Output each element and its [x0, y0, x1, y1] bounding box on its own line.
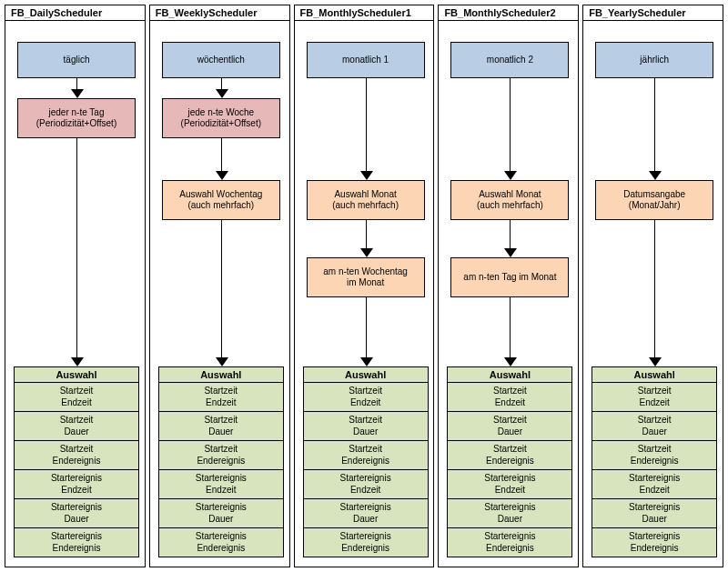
- column-4: FB_YearlySchedulerjährlichDatumsangabe(M…: [582, 5, 723, 567]
- arrow-line: [221, 78, 222, 89]
- auswahl-header: Auswahl: [14, 366, 139, 383]
- auswahl-option-line1: Startereignis: [15, 473, 138, 485]
- auswahl-option-line2: Endereignis: [159, 543, 283, 555]
- column-title: FB_WeeklyScheduler: [150, 5, 289, 21]
- red-node: jede n-te Woche(Periodizität+Offset): [162, 98, 280, 138]
- orange1-line1: Auswahl Wochentag: [165, 189, 278, 201]
- auswahl-option-line1: Startzeit: [15, 415, 138, 426]
- auswahl-option-line1: Startzeit: [304, 415, 428, 426]
- auswahl-option: StartzeitDauer: [303, 412, 429, 441]
- auswahl-option: StartzeitDauer: [592, 412, 717, 441]
- auswahl-option: StartereignisEndereignis: [158, 528, 284, 557]
- arrow-head-icon: [504, 357, 517, 366]
- auswahl-option-line1: Startzeit: [15, 444, 138, 456]
- column-1: FB_WeeklySchedulerwöchentlichjede n-te W…: [149, 5, 290, 567]
- auswahl-option: StartereignisDauer: [592, 499, 717, 528]
- auswahl-option-line2: Endereignis: [592, 456, 716, 467]
- auswahl-option: StartereignisEndereignis: [14, 528, 139, 557]
- auswahl-option: StartzeitEndereignis: [14, 441, 139, 470]
- auswahl-option-line2: Endzeit: [159, 485, 283, 497]
- auswahl-option: StartzeitEndereignis: [592, 441, 717, 470]
- auswahl-option: StartzeitEndereignis: [303, 441, 429, 470]
- auswahl-option-line2: Endzeit: [15, 397, 138, 409]
- auswahl-option: StartzeitEndereignis: [158, 441, 284, 470]
- auswahl-option-line2: Endzeit: [448, 397, 571, 409]
- red-node-line1: jede n-te Woche: [165, 107, 278, 119]
- red-node-line2: (Periodizität+Offset): [165, 118, 278, 130]
- auswahl-option: StartereignisDauer: [303, 499, 429, 528]
- arrow-head-icon: [360, 357, 373, 366]
- arrow-head-icon: [216, 89, 228, 98]
- arrow-head-icon: [504, 171, 517, 180]
- auswahl-option-line2: Dauer: [159, 514, 283, 526]
- orange1-line2: (auch mehrfach): [309, 200, 422, 212]
- column-0: FB_DailySchedulertäglichjeder n-te Tag(P…: [5, 5, 146, 567]
- auswahl-option-line1: Startzeit: [448, 386, 571, 397]
- auswahl-option-line2: Dauer: [592, 426, 716, 438]
- auswahl-option-line2: Dauer: [304, 514, 428, 526]
- auswahl-option-line2: Endzeit: [304, 485, 428, 497]
- arrow-head-icon: [71, 357, 84, 366]
- auswahl-option-line1: Startereignis: [304, 473, 428, 485]
- auswahl-block: AuswahlStartzeitEndzeitStartzeitDauerSta…: [14, 366, 139, 557]
- auswahl-option-line2: Endzeit: [159, 397, 283, 409]
- auswahl-option-line1: Startereignis: [592, 473, 716, 485]
- orange1-line2: (Monat/Jahr): [598, 200, 711, 212]
- blue-node-label: täglich: [20, 55, 133, 66]
- auswahl-option-line2: Dauer: [448, 514, 571, 526]
- arrow-head-icon: [360, 248, 373, 257]
- auswahl-option: StartereignisEndereignis: [303, 528, 429, 557]
- auswahl-option-line2: Dauer: [159, 426, 283, 438]
- auswahl-option-line2: Endereignis: [304, 543, 428, 555]
- arrow-head-icon: [649, 357, 662, 366]
- auswahl-option-line1: Startzeit: [448, 415, 571, 426]
- auswahl-option-line2: Dauer: [304, 426, 428, 438]
- auswahl-option-line1: Startereignis: [304, 502, 428, 514]
- orange2-line1: am n-ten Tag im Monat: [453, 272, 566, 284]
- red-node-line2: (Periodizität+Offset): [20, 118, 133, 130]
- auswahl-option: StartereignisEndzeit: [158, 470, 284, 499]
- auswahl-option-line1: Startereignis: [159, 502, 283, 514]
- auswahl-option-line1: Startzeit: [592, 415, 716, 426]
- auswahl-option-line1: Startzeit: [159, 415, 283, 426]
- blue-node: monatlich 1: [307, 42, 425, 78]
- auswahl-option: StartzeitEndereignis: [447, 441, 572, 470]
- blue-node-label: jährlich: [598, 55, 711, 66]
- auswahl-option: StartzeitDauer: [158, 412, 284, 441]
- orange-node-1: Auswahl Monat(auch mehrfach): [450, 180, 569, 220]
- column-body: monatlich 1Auswahl Monat(auch mehrfach)a…: [295, 21, 434, 567]
- auswahl-option-line2: Endereignis: [304, 456, 428, 467]
- arrow-head-icon: [216, 357, 228, 366]
- auswahl-option-line2: Dauer: [15, 514, 138, 526]
- auswahl-option-line1: Startereignis: [448, 502, 571, 514]
- blue-node-label: monatlich 1: [309, 55, 422, 66]
- auswahl-option: StartereignisEndzeit: [14, 470, 139, 499]
- auswahl-option: StartereignisDauer: [158, 499, 284, 528]
- arrow-head-icon: [71, 89, 84, 98]
- auswahl-option-line1: Startzeit: [304, 444, 428, 456]
- auswahl-option-line1: Startzeit: [592, 386, 716, 397]
- auswahl-option-line1: Startereignis: [15, 502, 138, 514]
- column-title: FB_DailyScheduler: [5, 5, 145, 21]
- auswahl-option-line2: Dauer: [592, 514, 716, 526]
- auswahl-option: StartereignisEndereignis: [447, 528, 572, 557]
- orange1-line1: Auswahl Monat: [309, 189, 422, 201]
- arrow-line: [366, 78, 367, 171]
- auswahl-option-line2: Endzeit: [592, 485, 716, 497]
- auswahl-option-line1: Startzeit: [159, 444, 283, 456]
- auswahl-option: StartereignisDauer: [14, 499, 139, 528]
- red-node: jeder n-te Tag(Periodizität+Offset): [17, 98, 136, 138]
- orange1-line1: Datumsangabe: [598, 189, 711, 201]
- blue-node-label: monatlich 2: [453, 55, 566, 66]
- column-2: FB_MonthlyScheduler1monatlich 1Auswahl M…: [294, 5, 435, 567]
- column-title: FB_MonthlyScheduler2: [439, 5, 578, 21]
- auswahl-option: StartereignisDauer: [447, 499, 572, 528]
- blue-node: monatlich 2: [450, 42, 569, 78]
- auswahl-option: StartereignisEndzeit: [303, 470, 429, 499]
- auswahl-header: Auswahl: [303, 366, 429, 383]
- arrow-line: [366, 220, 367, 248]
- auswahl-header: Auswahl: [158, 366, 284, 383]
- auswahl-option: StartereignisEndereignis: [592, 528, 717, 557]
- auswahl-option-line2: Endereignis: [15, 543, 138, 555]
- arrow-head-icon: [360, 171, 373, 180]
